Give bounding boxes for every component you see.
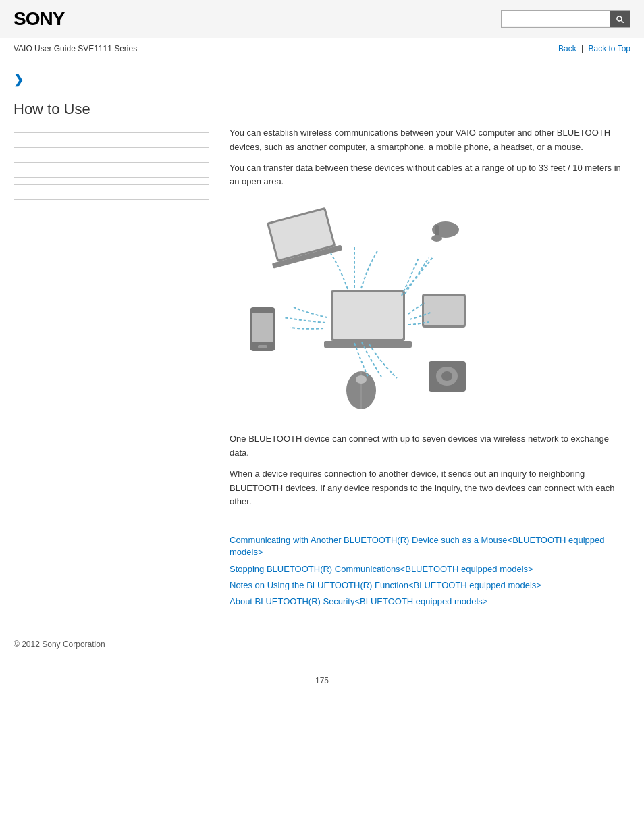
sidebar-divider-3 [14, 147, 209, 148]
sidebar-divider-5 [14, 162, 209, 163]
wave-left [284, 307, 327, 329]
mouse [346, 371, 376, 409]
laptop-center [324, 290, 412, 348]
content-para2: You can transfer data between these devi… [230, 161, 630, 190]
content-para3: One BLUETOOTH device can connect with up… [230, 432, 630, 461]
content-area: You can establish wireless communication… [223, 59, 630, 619]
search-icon [615, 14, 624, 24]
search-input[interactable] [502, 11, 610, 26]
page-number: 175 [0, 662, 644, 699]
related-link-3[interactable]: Notes on Using the BLUETOOTH(R) Function… [230, 579, 630, 592]
svg-rect-13 [424, 296, 464, 325]
section-title: How to Use [14, 101, 209, 124]
sidebar-divider-7 [14, 177, 209, 178]
related-link-1[interactable]: Communicating with Another BLUETOOTH(R) … [230, 534, 630, 558]
svg-rect-8 [324, 341, 412, 348]
bluetooth-illustration [230, 203, 486, 419]
sidebar-divider-9 [14, 192, 209, 192]
back-link[interactable]: Back [558, 44, 576, 53]
search-container [501, 10, 630, 28]
content-para1: You can establish wireless communication… [230, 126, 630, 155]
sidebar-divider-2 [14, 140, 209, 140]
bluetooth-svg [230, 203, 486, 412]
svg-point-11 [431, 235, 442, 242]
copyright-text: © 2012 Sony Corporation [14, 640, 105, 649]
svg-rect-4 [252, 313, 273, 342]
svg-rect-5 [258, 345, 267, 348]
sidebar: ❯ How to Use [14, 59, 223, 619]
main-container: ❯ How to Use You can establish wireless … [0, 59, 644, 619]
related-link-4[interactable]: About BLUETOOTH(R) Security<BLUETOOTH eq… [230, 596, 630, 608]
svg-point-16 [441, 371, 452, 381]
content-para4: When a device requires connection to ano… [230, 467, 630, 509]
guide-title: VAIO User Guide SVE1111 Series [14, 44, 137, 53]
nav-separator: | [581, 44, 583, 53]
wave-top [331, 246, 378, 289]
nav-links: Back | Back to Top [558, 44, 630, 53]
related-links-section: Communicating with Another BLUETOOTH(R) … [230, 523, 630, 619]
headset [431, 221, 459, 242]
svg-point-19 [356, 375, 367, 384]
svg-rect-7 [333, 292, 403, 339]
sidebar-divider-10 [14, 199, 209, 200]
related-link-2[interactable]: Stopping BLUETOOTH(R) Communications<BLU… [230, 563, 630, 575]
footer: © 2012 Sony Corporation [0, 619, 644, 662]
sidebar-divider-1 [14, 132, 209, 133]
sidebar-divider-6 [14, 170, 209, 170]
laptop-top-left [261, 206, 342, 269]
search-box[interactable] [501, 10, 630, 28]
sidebar-divider-8 [14, 184, 209, 185]
wave-top-right [402, 257, 433, 296]
speaker [429, 361, 466, 392]
search-button[interactable] [610, 11, 630, 27]
sidebar-divider-4 [14, 155, 209, 155]
sub-header: VAIO User Guide SVE1111 Series Back | Ba… [0, 38, 644, 59]
chevron-right-icon: ❯ [14, 72, 209, 87]
sony-logo: SONY [14, 8, 64, 30]
header: SONY [0, 0, 644, 38]
phone-left [250, 307, 275, 351]
back-to-top-link[interactable]: Back to Top [589, 44, 630, 53]
